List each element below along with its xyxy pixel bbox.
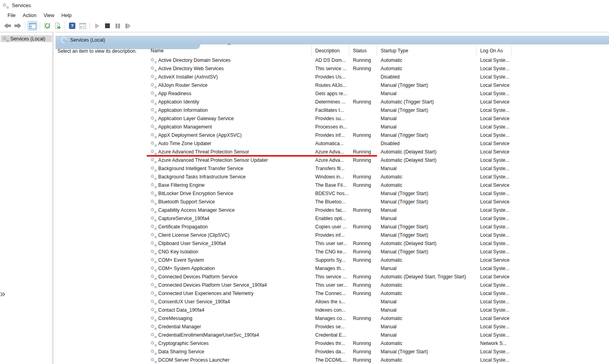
service-name-cell[interactable]: ⚙⚙Application Information	[147, 107, 312, 113]
service-startup-type: Manual (Trigger Start)	[377, 191, 477, 196]
column-header-log-on-as[interactable]: Log On As	[477, 45, 511, 56]
show-console-tree-icon[interactable]	[28, 21, 37, 31]
service-name-cell[interactable]: ⚙⚙ActiveX Installer (AxInstSV)	[147, 74, 312, 80]
back-arrow-icon[interactable]	[3, 21, 12, 31]
table-row[interactable]: ⚙⚙Clipboard User Service_190fa4This user…	[147, 239, 609, 247]
column-header-status[interactable]: Status	[349, 45, 377, 56]
column-header-name[interactable]: Name ^	[147, 45, 312, 56]
service-name-cell[interactable]: ⚙⚙COM+ Event System	[147, 257, 312, 263]
table-row[interactable]: ⚙⚙CNG Key IsolationThe CNG ke...RunningM…	[147, 247, 609, 256]
service-name-cell[interactable]: ⚙⚙CoreMessaging	[147, 315, 312, 322]
table-row[interactable]: ⚙⚙Active Directory Domain ServicesAD DS …	[147, 56, 609, 64]
show-action-pane-icon[interactable]	[78, 21, 87, 31]
table-row[interactable]: ⚙⚙CoreMessagingManages co...RunningAutom…	[147, 314, 609, 322]
table-row[interactable]: ⚙⚙Capability Access Manager ServiceProvi…	[147, 206, 609, 214]
table-row[interactable]: ⚙⚙Application ManagementProcesses in...M…	[147, 123, 609, 131]
service-name-cell[interactable]: ⚙⚙DCOM Server Process Launcher	[147, 357, 312, 363]
service-name-cell[interactable]: ⚙⚙Capability Access Manager Service	[147, 207, 312, 213]
table-row[interactable]: ⚙⚙Credential ManagerProvides se...Manual…	[147, 322, 609, 331]
table-row[interactable]: ⚙⚙Data Sharing ServiceProvides da...Runn…	[147, 347, 609, 356]
table-row[interactable]: ⚙⚙CredentialEnrollmentManagerUserSvc_190…	[147, 331, 609, 339]
table-row[interactable]: ⚙⚙Background Tasks Infrastructure Servic…	[147, 172, 609, 181]
service-name-cell[interactable]: ⚙⚙Bluetooth Support Service	[147, 199, 312, 205]
service-name-cell[interactable]: ⚙⚙AllJoyn Router Service	[147, 82, 312, 88]
table-row[interactable]: ⚙⚙Base Filtering EngineThe Base Fil...Ru…	[147, 181, 609, 189]
service-name-cell[interactable]: ⚙⚙Connected Devices Platform Service	[147, 274, 312, 280]
table-row[interactable]: ⚙⚙Connected User Experiences and Telemet…	[147, 289, 609, 297]
service-name-cell[interactable]: ⚙⚙Clipboard User Service_190fa4	[147, 240, 312, 247]
service-name-cell[interactable]: ⚙⚙CNG Key Isolation	[147, 249, 312, 255]
service-name-cell[interactable]: ⚙⚙Active Directory Web Services	[147, 65, 312, 72]
service-name-cell[interactable]: ⚙⚙Azure Advanced Threat Protection Senso…	[147, 157, 312, 163]
table-row[interactable]: ⚙⚙App ReadinessGets apps re...ManualLoca…	[147, 89, 609, 98]
table-row[interactable]: ⚙⚙ConsentUX User Service_190fa4Allows th…	[147, 297, 609, 306]
table-row[interactable]: ⚙⚙Azure Advanced Threat Protection Senso…	[147, 156, 609, 164]
table-row[interactable]: ⚙⚙Cryptographic ServicesProvides thr...R…	[147, 339, 609, 347]
service-name-cell[interactable]: ⚙⚙CredentialEnrollmentManagerUserSvc_190…	[147, 332, 312, 338]
pause-service-icon[interactable]	[113, 21, 123, 31]
service-name-cell[interactable]: ⚙⚙Auto Time Zone Updater	[147, 140, 312, 147]
service-name-cell[interactable]: ⚙⚙Azure Advanced Threat Protection Senso…	[147, 149, 312, 155]
menu-file[interactable]: File	[4, 11, 19, 19]
service-status: Running	[349, 357, 377, 363]
service-name-cell[interactable]: ⚙⚙Connected Devices Platform User Servic…	[147, 282, 312, 288]
service-name-cell[interactable]: ⚙⚙CaptureService_190fa4	[147, 215, 312, 222]
service-name-cell[interactable]: ⚙⚙Application Identity	[147, 99, 312, 105]
service-name-cell[interactable]: ⚙⚙Application Layer Gateway Service	[147, 115, 312, 122]
table-row[interactable]: ⚙⚙Connected Devices Platform User Servic…	[147, 281, 609, 289]
service-name-cell[interactable]: ⚙⚙Certificate Propagation	[147, 224, 312, 230]
menu-help[interactable]: Help	[58, 11, 75, 19]
table-row[interactable]: ⚙⚙Application Layer Gateway ServiceProvi…	[147, 114, 609, 123]
refresh-icon[interactable]	[42, 21, 52, 31]
service-name-cell[interactable]: ⚙⚙App Readiness	[147, 90, 312, 97]
service-name-cell[interactable]: ⚙⚙Background Intelligent Transfer Servic…	[147, 165, 312, 172]
service-name-cell[interactable]: ⚙⚙Background Tasks Infrastructure Servic…	[147, 174, 312, 180]
table-row[interactable]: ⚙⚙CaptureService_190fa4Enables opti...Ma…	[147, 214, 609, 222]
service-name-cell[interactable]: ⚙⚙Contact Data_190fa4	[147, 307, 312, 313]
table-row[interactable]: ⚙⚙Certificate PropagationCopies user ...…	[147, 222, 609, 231]
menu-view[interactable]: View	[40, 11, 58, 19]
service-name-cell[interactable]: ⚙⚙Active Directory Domain Services	[147, 57, 312, 63]
table-row[interactable]: ⚙⚙AppX Deployment Service (AppXSVC)Provi…	[147, 131, 609, 139]
service-log-on-as: Local Service	[477, 99, 511, 105]
table-row[interactable]: ⚙⚙COM+ System ApplicationManages th...Ma…	[147, 264, 609, 272]
service-name-cell[interactable]: ⚙⚙BitLocker Drive Encryption Service	[147, 190, 312, 197]
start-service-icon[interactable]	[92, 21, 102, 31]
table-row[interactable]: ⚙⚙Contact Data_190fa4Indexes con...Manua…	[147, 306, 609, 314]
table-row[interactable]: ⚙⚙Background Intelligent Transfer Servic…	[147, 164, 609, 172]
export-list-icon[interactable]	[53, 21, 62, 31]
service-gear-icon: ⚙⚙	[150, 65, 157, 72]
table-row[interactable]: ⚙⚙Azure Advanced Threat Protection Senso…	[147, 148, 609, 156]
service-name-cell[interactable]: ⚙⚙Credential Manager	[147, 324, 312, 330]
column-header-startup-type[interactable]: Startup Type	[377, 45, 477, 56]
service-name-cell[interactable]: ⚙⚙Application Management	[147, 124, 312, 130]
service-name-cell[interactable]: ⚙⚙Cryptographic Services	[147, 340, 312, 347]
table-row[interactable]: ⚙⚙DCOM Server Process LauncherThe DCOML.…	[147, 356, 609, 364]
service-name-cell[interactable]: ⚙⚙AppX Deployment Service (AppXSVC)	[147, 132, 312, 138]
stop-service-icon[interactable]	[103, 21, 112, 31]
table-row[interactable]: ⚙⚙Connected Devices Platform ServiceThis…	[147, 272, 609, 281]
overflow-chevron-icon[interactable]: »	[0, 288, 4, 299]
table-row[interactable]: ⚙⚙Application InformationFacilitates t..…	[147, 106, 609, 114]
menu-action[interactable]: Action	[19, 11, 40, 19]
service-name-cell[interactable]: ⚙⚙COM+ System Application	[147, 265, 312, 272]
service-name-cell[interactable]: ⚙⚙Client License Service (ClipSVC)	[147, 232, 312, 238]
help-icon[interactable]: ?	[67, 21, 77, 31]
column-header-description[interactable]: Description	[312, 45, 349, 56]
forward-arrow-icon[interactable]	[13, 21, 23, 31]
restart-service-icon[interactable]	[123, 21, 133, 31]
table-row[interactable]: ⚙⚙Bluetooth Support ServiceThe Bluetoo..…	[147, 197, 609, 206]
table-row[interactable]: ⚙⚙ActiveX Installer (AxInstSV)Provides U…	[147, 73, 609, 81]
table-row[interactable]: ⚙⚙Active Directory Web ServicesThis serv…	[147, 64, 609, 73]
service-name-cell[interactable]: ⚙⚙ConsentUX User Service_190fa4	[147, 299, 312, 305]
service-name-cell[interactable]: ⚙⚙Connected User Experiences and Telemet…	[147, 290, 312, 297]
service-name-cell[interactable]: ⚙⚙Base Filtering Engine	[147, 182, 312, 188]
table-row[interactable]: ⚙⚙BitLocker Drive Encryption ServiceBDES…	[147, 189, 609, 197]
table-row[interactable]: ⚙⚙COM+ Event SystemSupports Sy...Running…	[147, 256, 609, 264]
table-row[interactable]: ⚙⚙Application IdentityDetermines ...Runn…	[147, 98, 609, 106]
service-name-cell[interactable]: ⚙⚙Data Sharing Service	[147, 349, 312, 355]
table-row[interactable]: ⚙⚙Auto Time Zone UpdaterAutomatica...Dis…	[147, 139, 609, 148]
table-row[interactable]: ⚙⚙AllJoyn Router ServiceRoutes AllJo...M…	[147, 81, 609, 89]
table-row[interactable]: ⚙⚙Client License Service (ClipSVC)Provid…	[147, 231, 609, 239]
tree-item-services-local[interactable]: ⚙ ⚙ Services (Local)	[1, 35, 52, 42]
